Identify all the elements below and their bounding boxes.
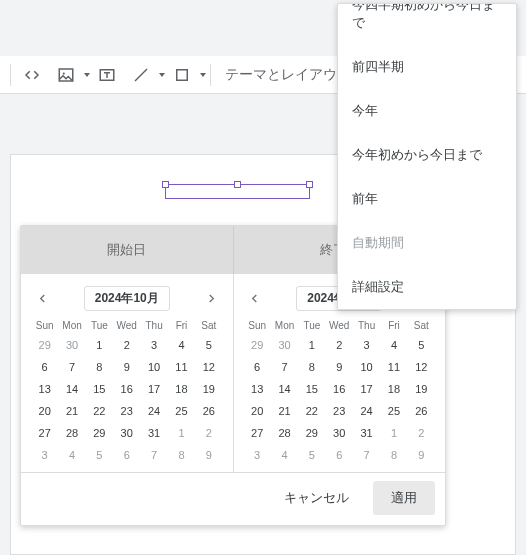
- calendar-day[interactable]: 21: [271, 400, 298, 422]
- calendar-day[interactable]: 21: [58, 400, 85, 422]
- calendar-day[interactable]: 4: [58, 444, 85, 466]
- preset-menu-item[interactable]: 詳細設定: [338, 265, 516, 309]
- calendar-day[interactable]: 19: [195, 378, 222, 400]
- calendar-day[interactable]: 24: [353, 400, 380, 422]
- calendar-day[interactable]: 18: [168, 378, 195, 400]
- calendar-day[interactable]: 10: [140, 356, 167, 378]
- calendar-day[interactable]: 30: [113, 422, 140, 444]
- month-select-start[interactable]: 2024年10月: [84, 286, 170, 311]
- calendar-day[interactable]: 20: [244, 400, 271, 422]
- resize-handle-nw[interactable]: [162, 181, 169, 188]
- calendar-day[interactable]: 3: [140, 334, 167, 356]
- calendar-day[interactable]: 1: [380, 422, 407, 444]
- calendar-day[interactable]: 3: [31, 444, 58, 466]
- calendar-day[interactable]: 8: [298, 356, 325, 378]
- calendar-day[interactable]: 30: [58, 334, 85, 356]
- preset-menu-item[interactable]: 今年: [338, 89, 516, 133]
- tool-shape[interactable]: [165, 60, 199, 90]
- calendar-day[interactable]: 14: [271, 378, 298, 400]
- calendar-day[interactable]: 3: [244, 444, 271, 466]
- calendar-day[interactable]: 6: [31, 356, 58, 378]
- calendar-day[interactable]: 31: [140, 422, 167, 444]
- calendar-day[interactable]: 10: [353, 356, 380, 378]
- calendar-day[interactable]: 4: [271, 444, 298, 466]
- calendar-day[interactable]: 17: [140, 378, 167, 400]
- calendar-day[interactable]: 24: [140, 400, 167, 422]
- calendar-day[interactable]: 5: [298, 444, 325, 466]
- calendar-day[interactable]: 2: [195, 422, 222, 444]
- tool-code-embed[interactable]: [15, 60, 49, 90]
- calendar-day[interactable]: 22: [86, 400, 113, 422]
- calendar-day[interactable]: 28: [271, 422, 298, 444]
- calendar-day[interactable]: 12: [408, 356, 435, 378]
- calendar-day[interactable]: 8: [86, 356, 113, 378]
- tool-line[interactable]: [124, 60, 158, 90]
- calendar-day[interactable]: 30: [271, 334, 298, 356]
- calendar-day[interactable]: 13: [244, 378, 271, 400]
- prev-month-button[interactable]: [244, 288, 266, 310]
- calendar-day[interactable]: 1: [298, 334, 325, 356]
- resize-handle-ne[interactable]: [306, 181, 313, 188]
- calendar-day[interactable]: 1: [86, 334, 113, 356]
- calendar-day[interactable]: 5: [86, 444, 113, 466]
- calendar-day[interactable]: 18: [380, 378, 407, 400]
- calendar-day[interactable]: 26: [408, 400, 435, 422]
- calendar-day[interactable]: 2: [326, 334, 353, 356]
- preset-menu-item[interactable]: 前四半期: [338, 45, 516, 89]
- calendar-day[interactable]: 17: [353, 378, 380, 400]
- calendar-day[interactable]: 23: [113, 400, 140, 422]
- calendar-day[interactable]: 14: [58, 378, 85, 400]
- calendar-day[interactable]: 7: [353, 444, 380, 466]
- tool-image[interactable]: [49, 60, 83, 90]
- calendar-day[interactable]: 11: [168, 356, 195, 378]
- calendar-day[interactable]: 30: [326, 422, 353, 444]
- calendar-day[interactable]: 9: [195, 444, 222, 466]
- calendar-day[interactable]: 9: [113, 356, 140, 378]
- calendar-day[interactable]: 6: [326, 444, 353, 466]
- calendar-day[interactable]: 27: [244, 422, 271, 444]
- calendar-day[interactable]: 12: [195, 356, 222, 378]
- preset-menu-item[interactable]: 今年初めから今日まで: [338, 133, 516, 177]
- calendar-day[interactable]: 8: [380, 444, 407, 466]
- calendar-day[interactable]: 15: [298, 378, 325, 400]
- calendar-day[interactable]: 1: [168, 422, 195, 444]
- calendar-day[interactable]: 2: [408, 422, 435, 444]
- calendar-day[interactable]: 6: [244, 356, 271, 378]
- calendar-day[interactable]: 29: [86, 422, 113, 444]
- tool-text-box[interactable]: [90, 60, 124, 90]
- cancel-button[interactable]: キャンセル: [266, 481, 367, 515]
- chevron-down-icon[interactable]: [200, 73, 206, 77]
- calendar-day[interactable]: 29: [298, 422, 325, 444]
- calendar-day[interactable]: 4: [380, 334, 407, 356]
- calendar-day[interactable]: 29: [244, 334, 271, 356]
- calendar-day[interactable]: 28: [58, 422, 85, 444]
- calendar-day[interactable]: 27: [31, 422, 58, 444]
- calendar-day[interactable]: 29: [31, 334, 58, 356]
- calendar-day[interactable]: 31: [353, 422, 380, 444]
- prev-month-button[interactable]: [31, 288, 53, 310]
- calendar-day[interactable]: 9: [408, 444, 435, 466]
- selection-frame[interactable]: [165, 184, 310, 199]
- calendar-day[interactable]: 25: [380, 400, 407, 422]
- calendar-day[interactable]: 16: [326, 378, 353, 400]
- calendar-day[interactable]: 19: [408, 378, 435, 400]
- tab-start-date[interactable]: 開始日: [21, 226, 234, 274]
- calendar-day[interactable]: 13: [31, 378, 58, 400]
- calendar-day[interactable]: 3: [353, 334, 380, 356]
- resize-handle-n[interactable]: [234, 181, 241, 188]
- calendar-day[interactable]: 7: [271, 356, 298, 378]
- calendar-day[interactable]: 6: [113, 444, 140, 466]
- preset-menu-item[interactable]: 今四半期初めから今日まで: [338, 4, 516, 45]
- calendar-day[interactable]: 20: [31, 400, 58, 422]
- calendar-day[interactable]: 7: [140, 444, 167, 466]
- calendar-day[interactable]: 11: [380, 356, 407, 378]
- calendar-day[interactable]: 9: [326, 356, 353, 378]
- calendar-day[interactable]: 16: [113, 378, 140, 400]
- calendar-day[interactable]: 26: [195, 400, 222, 422]
- apply-button[interactable]: 適用: [373, 481, 435, 515]
- calendar-day[interactable]: 4: [168, 334, 195, 356]
- calendar-day[interactable]: 5: [408, 334, 435, 356]
- calendar-day[interactable]: 8: [168, 444, 195, 466]
- calendar-day[interactable]: 25: [168, 400, 195, 422]
- calendar-day[interactable]: 5: [195, 334, 222, 356]
